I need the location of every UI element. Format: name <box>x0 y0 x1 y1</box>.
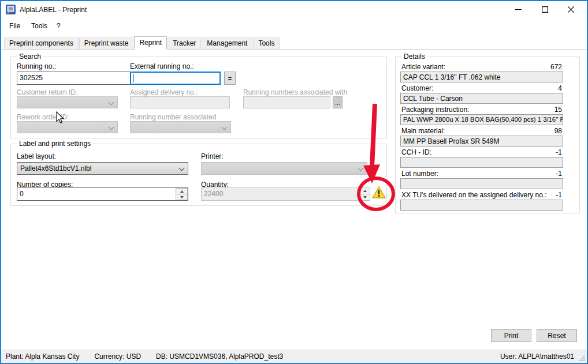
chevron-down-icon <box>109 125 114 130</box>
status-bar: Plant: Alpla Kansas CityCurrency: USDDB:… <box>1 350 587 363</box>
tab-management[interactable]: Management <box>202 37 252 49</box>
lot-number-value <box>400 178 563 189</box>
assigned-delivery-no-input <box>130 96 230 108</box>
spinner-up-button <box>360 187 370 194</box>
tab-strip: Preprint components Preprint waste Repri… <box>1 36 587 50</box>
running-no-input[interactable]: 302525 <box>17 72 136 85</box>
details-group-title: Details <box>401 52 427 61</box>
tus-delivered-label: XX TU's delivered on the assigned delive… <box>401 191 547 199</box>
quantity-input: 22400 <box>201 187 359 201</box>
external-running-no-equals-button[interactable]: = <box>224 72 236 85</box>
running-numbers-associated-with-label: Running numbers associated with <box>243 88 347 96</box>
tus-delivered-value <box>400 200 563 211</box>
text-caret <box>133 74 133 82</box>
label-layout-combo[interactable]: Pallet4x6Std1bcV1.nlbl <box>17 162 188 175</box>
article-variant-value: CAP CCL 1 3/16'' FT .062 white <box>400 72 563 82</box>
running-numbers-associated-with-input <box>243 96 330 108</box>
customer-id: 4 <box>558 84 562 92</box>
rework-order-id-combo <box>17 121 118 133</box>
main-material-id: 98 <box>554 127 562 135</box>
packaging-instruction-label: Packaging instruction: <box>401 106 469 114</box>
number-of-copies-input[interactable]: 0 <box>17 187 188 201</box>
status-currency: Currency: USD <box>94 352 141 361</box>
customer-label: Customer: <box>401 84 433 92</box>
app-icon <box>6 5 16 14</box>
status-db: DB: USMCD1VMS036, AlplaPROD_test3 <box>156 352 283 361</box>
cch-id-value <box>400 157 563 168</box>
tab-preprint-waste[interactable]: Preprint waste <box>79 37 134 49</box>
printer-combo[interactable] <box>201 162 367 175</box>
search-group-title: Search <box>17 52 43 61</box>
cch-id-label: CCH - ID: <box>401 148 431 156</box>
app-window: AlplaLABEL - Preprint File Tools ? Prepr… <box>0 0 588 364</box>
running-number-associated-combo <box>130 121 231 133</box>
chevron-down-icon <box>179 166 185 171</box>
tus-delivered-id: -1 <box>556 191 562 199</box>
spinner-up-button[interactable] <box>176 188 188 194</box>
packaging-instruction-value: PAL WWP 2800u X 18 BOX BAG(50,400 pcs) 1… <box>400 114 563 125</box>
customer-return-id-label: Customer return ID: <box>17 88 77 96</box>
copies-spinner[interactable] <box>176 188 188 200</box>
menu-file[interactable]: File <box>9 22 20 30</box>
quantity-spinner <box>360 187 370 201</box>
tab-tools[interactable]: Tools <box>253 37 280 49</box>
menu-bar: File Tools ? <box>1 18 587 35</box>
tab-reprint[interactable]: Reprint <box>134 36 167 50</box>
chevron-down-icon <box>222 125 228 130</box>
menu-tools[interactable]: Tools <box>31 22 47 30</box>
resize-grip[interactable] <box>579 355 586 362</box>
external-running-no-label: External running no.: <box>130 62 194 70</box>
minimize-button[interactable] <box>508 1 528 17</box>
print-settings-group-title: Label and print settings <box>17 140 93 148</box>
packaging-instruction-id: 15 <box>554 106 562 114</box>
running-number-associated-label: Running number associated <box>130 113 216 121</box>
close-button[interactable] <box>561 1 580 17</box>
spinner-down-button[interactable] <box>176 194 188 200</box>
search-group: Search Running no.: 302525 = External ru… <box>10 57 387 138</box>
article-variant-label: Article variant: <box>401 63 445 71</box>
printer-label: Printer: <box>201 152 224 160</box>
print-button[interactable]: Print <box>491 329 531 342</box>
reset-button[interactable]: Reset <box>537 329 577 342</box>
main-material-value: MM PP Basell Profax SR 549M <box>400 136 563 147</box>
chevron-down-icon <box>109 100 114 106</box>
warning-icon <box>372 186 386 199</box>
article-variant-id: 672 <box>550 63 562 71</box>
window-title: AlplaLABEL - Preprint <box>20 6 87 14</box>
customer-return-id-combo <box>17 96 118 108</box>
customer-value: CCL Tube - Carson <box>400 93 563 104</box>
tab-preprint-components[interactable]: Preprint components <box>4 37 79 49</box>
rework-order-id-label: Rework order ID: <box>17 113 69 121</box>
lot-number-label: Lot number: <box>401 170 438 178</box>
status-user: User: ALPLA\matthes01 <box>500 352 574 361</box>
main-material-label: Main material: <box>401 127 445 135</box>
label-layout-label: Label layout: <box>17 152 56 160</box>
menu-help[interactable]: ? <box>57 22 61 30</box>
lot-number-id: -1 <box>556 170 562 178</box>
running-no-label: Running no.: <box>17 62 56 70</box>
status-plant: Plant: Alpla Kansas City <box>6 352 79 361</box>
spinner-down-button <box>360 194 370 201</box>
title-bar: AlplaLABEL - Preprint <box>1 1 587 18</box>
assigned-delivery-no-label: Assigned delivery no.: <box>130 88 198 96</box>
print-settings-group: Label and print settings Label layout: P… <box>10 144 387 206</box>
external-running-no-input[interactable] <box>130 72 221 85</box>
cch-id-id: -1 <box>556 148 562 156</box>
browse-button: ... <box>333 96 343 108</box>
maximize-button[interactable] <box>535 1 554 17</box>
details-group: Details Article variant: 672 CAP CCL 1 3… <box>395 57 580 213</box>
chevron-down-icon <box>358 166 364 171</box>
tab-tracker[interactable]: Tracker <box>168 37 201 49</box>
